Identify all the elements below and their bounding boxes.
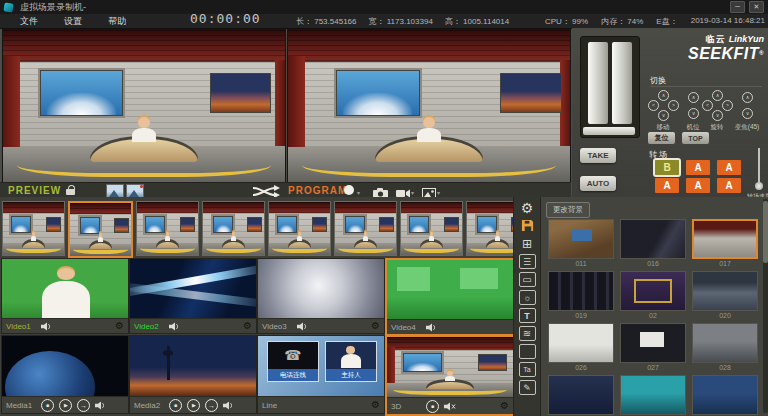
preview-monitor[interactable] xyxy=(2,29,286,183)
arrow-down-button[interactable] xyxy=(712,110,723,121)
t-bar-grip[interactable] xyxy=(612,42,632,124)
source-video3[interactable]: Video3 xyxy=(257,258,385,334)
background-image-icon[interactable] xyxy=(106,184,124,198)
slider-knob[interactable] xyxy=(755,182,763,190)
play-button[interactable] xyxy=(187,399,200,412)
transition-key-a[interactable]: A xyxy=(717,160,741,175)
gear-icon[interactable] xyxy=(371,400,380,410)
effects-icon[interactable] xyxy=(519,326,536,341)
arrow-left-button[interactable] xyxy=(702,100,713,111)
arrow-up-button[interactable] xyxy=(658,90,669,101)
scene-list-icon[interactable] xyxy=(519,254,536,269)
arrow-down-button[interactable] xyxy=(688,108,699,119)
display-icon[interactable] xyxy=(519,272,536,287)
speaker-icon[interactable] xyxy=(426,318,437,336)
source-media2[interactable]: Media2 xyxy=(129,335,257,414)
source-video2[interactable]: Video2 xyxy=(129,258,257,334)
scene-thumb[interactable]: 028 xyxy=(692,323,758,373)
gear-icon[interactable] xyxy=(371,321,380,331)
gear-icon[interactable] xyxy=(500,401,509,411)
text-icon[interactable] xyxy=(519,362,536,377)
add-scene-icon[interactable] xyxy=(518,236,536,251)
scene-thumb[interactable]: 011 xyxy=(548,219,614,269)
speaker-icon[interactable] xyxy=(41,317,52,335)
scene-thumb[interactable] xyxy=(548,375,614,416)
source-video4-selected[interactable]: Video4 xyxy=(385,258,515,336)
reset-button[interactable]: 复位 xyxy=(648,132,675,144)
source-3d-selected[interactable]: 3D xyxy=(385,335,515,416)
transition-key-a[interactable]: A xyxy=(686,160,710,175)
arrow-up-button[interactable] xyxy=(688,92,699,103)
source-media1[interactable]: Media1 xyxy=(1,335,129,414)
lock-icon[interactable] xyxy=(66,185,75,195)
angle-thumb[interactable] xyxy=(202,201,265,256)
save-icon[interactable] xyxy=(518,218,536,233)
arrow-up-button[interactable] xyxy=(712,90,723,101)
source-line[interactable]: ☎ 电话连线 主持人 Line xyxy=(257,335,385,414)
stop-button[interactable] xyxy=(426,400,439,413)
scene-thumb[interactable]: 027 xyxy=(620,323,686,373)
scrollbar-thumb[interactable] xyxy=(763,201,768,263)
transition-key-a[interactable]: A xyxy=(686,178,710,193)
scene-thumb[interactable]: 02 xyxy=(620,271,686,321)
transition-key-a[interactable]: A xyxy=(717,178,741,193)
angle-thumb[interactable] xyxy=(400,201,463,256)
record-icon[interactable] xyxy=(344,185,354,195)
frame-icon[interactable] xyxy=(519,344,536,359)
picture-dropdown-caret[interactable]: ▾ xyxy=(437,189,440,196)
menu-settings[interactable]: 设置 xyxy=(58,15,88,28)
library-scrollbar[interactable] xyxy=(763,199,768,413)
stop-button[interactable] xyxy=(169,399,182,412)
scene-thumb[interactable]: 026 xyxy=(548,323,614,373)
loop-button[interactable] xyxy=(77,399,90,412)
settings-gear-icon[interactable] xyxy=(518,200,536,215)
angle-thumb[interactable] xyxy=(268,201,331,256)
scene-thumb[interactable] xyxy=(620,375,686,416)
speaker-icon[interactable] xyxy=(95,396,106,414)
close-button[interactable]: ✕ xyxy=(749,1,764,13)
background-image-marked-icon[interactable] xyxy=(126,184,144,198)
scene-thumb[interactable]: 020 xyxy=(692,271,758,321)
program-monitor[interactable] xyxy=(287,29,571,183)
light-icon[interactable] xyxy=(519,290,536,305)
minimize-button[interactable]: ─ xyxy=(730,1,745,13)
top-button[interactable]: TOP xyxy=(682,132,709,144)
scene-thumb-selected[interactable]: 017 xyxy=(692,219,758,269)
subtitle-icon[interactable] xyxy=(519,308,536,323)
arrow-up-button[interactable] xyxy=(742,92,753,103)
speaker-icon[interactable] xyxy=(169,317,180,335)
host-tile[interactable]: 主持人 xyxy=(325,341,377,383)
angle-thumb[interactable] xyxy=(334,201,397,256)
speaker-icon[interactable] xyxy=(297,317,308,335)
source-video1[interactable]: Video1 xyxy=(1,258,129,334)
draw-icon[interactable] xyxy=(519,380,536,395)
arrow-down-button[interactable] xyxy=(658,110,669,121)
t-bar-grip[interactable] xyxy=(588,42,608,124)
scene-thumb[interactable]: 019 xyxy=(548,271,614,321)
scene-thumb[interactable]: 016 xyxy=(620,219,686,269)
transition-key-b[interactable]: B xyxy=(655,160,679,175)
arrow-down-button[interactable] xyxy=(742,108,753,119)
speaker-icon[interactable] xyxy=(223,396,234,414)
menu-help[interactable]: 帮助 xyxy=(102,15,132,28)
loop-button[interactable] xyxy=(205,399,218,412)
phone-call-tile[interactable]: ☎ 电话连线 xyxy=(267,341,319,383)
play-button[interactable] xyxy=(59,399,72,412)
stop-button[interactable] xyxy=(41,399,54,412)
angle-thumb[interactable] xyxy=(136,201,199,256)
camcorder-dropdown-caret[interactable]: ▾ xyxy=(411,189,414,196)
arrow-left-button[interactable] xyxy=(648,100,659,111)
change-background-tab[interactable]: 更改背景 xyxy=(546,202,590,218)
angle-thumb-selected[interactable] xyxy=(68,201,133,258)
transition-key-a[interactable]: A xyxy=(655,178,679,193)
angle-thumb[interactable] xyxy=(2,201,65,256)
auto-button[interactable]: AUTO xyxy=(580,176,616,191)
speaker-muted-icon[interactable] xyxy=(444,397,456,415)
gear-icon[interactable] xyxy=(115,321,124,331)
record-dropdown-caret[interactable]: ▾ xyxy=(357,189,360,196)
transition-speed-slider[interactable]: 转场速度 xyxy=(753,148,765,194)
gear-icon[interactable] xyxy=(243,321,252,331)
scene-thumb[interactable] xyxy=(692,375,758,416)
menu-file[interactable]: 文件 xyxy=(14,15,44,28)
take-button[interactable]: TAKE xyxy=(580,148,616,163)
